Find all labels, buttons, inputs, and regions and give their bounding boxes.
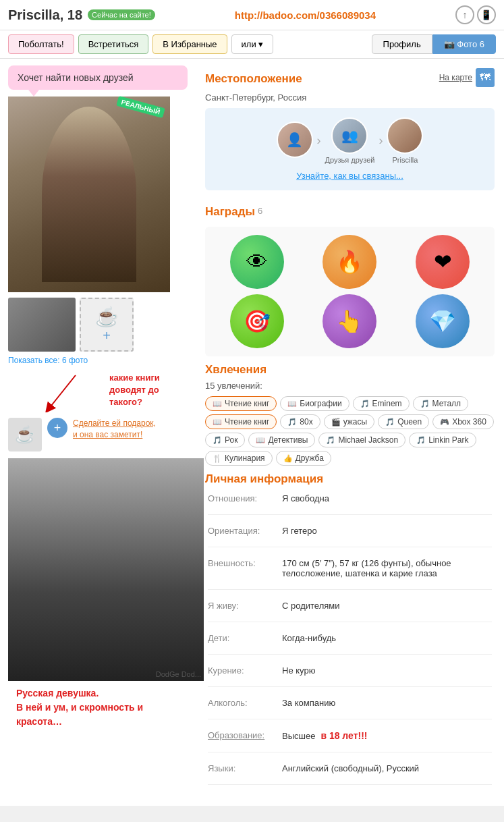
- interest-tag-чтение-книг[interactable]: 📖Чтение книг: [205, 414, 277, 429]
- tag-icon: 🎮: [440, 418, 449, 427]
- tag-icon: 📖: [256, 436, 265, 445]
- info-value: Я гетеро: [282, 526, 317, 536]
- tag-icon: 🎵: [416, 436, 426, 445]
- info-cell: Высшеев 18 лет!!!: [279, 727, 495, 744]
- big-bottom-photo[interactable]: DodGe Dod...: [8, 458, 204, 681]
- tag-icon: 🎵: [213, 436, 222, 445]
- info-cell: 170 см (5′ 7″), 57 кг (126 фунты), обычн…: [279, 555, 495, 582]
- award-5: 👆: [306, 294, 394, 348]
- map-icon-button[interactable]: 🗺: [476, 68, 495, 87]
- interest-tag-queen[interactable]: 🎵Queen: [378, 414, 429, 429]
- interest-tag-дружба[interactable]: 👍Дружба: [276, 451, 331, 466]
- tag-label: Linkin Park: [428, 435, 468, 445]
- award-diamond: 💎: [416, 294, 470, 348]
- profile-photo-wrap: РЕАЛЬНЫЙ: [8, 97, 170, 292]
- meet-button[interactable]: Встретиться: [78, 34, 149, 54]
- award-fire: 🔥: [323, 235, 376, 289]
- big-bottom-caption: Русская девушка. В ней и ум, и скромност…: [8, 681, 188, 734]
- edu-highlight: в 18 лет!!!: [320, 730, 367, 741]
- tag-label: Биографии: [300, 399, 341, 408]
- tag-label: ужасы: [343, 417, 367, 427]
- tag-icon: 🎬: [331, 418, 341, 427]
- info-cell: За компанию: [279, 694, 495, 711]
- tab-profile[interactable]: Профиль: [372, 34, 432, 54]
- interests-section: Хвлечения 15 увлечений: 📖Чтение книг📖Био…: [205, 363, 495, 466]
- tag-label: Michael Jackson: [338, 435, 398, 445]
- conn-avatar-2: 👥: [331, 117, 368, 154]
- interest-tag-детективы[interactable]: 📖Детективы: [248, 433, 315, 447]
- gift-text[interactable]: Сделайте ей подарок, и она вас заметит!: [73, 418, 161, 441]
- awards-title: Награды: [205, 205, 255, 219]
- personal-title: Личная информация: [205, 472, 495, 486]
- award-heart: ❤: [416, 235, 470, 289]
- profile-url[interactable]: http://badoo.com/0366089034: [235, 9, 376, 21]
- location-title: Местоположение: [205, 72, 302, 86]
- header-action-icons: ↑ 📱: [455, 5, 496, 24]
- info-cell: Когда-нибудь: [279, 630, 495, 647]
- award-1: 👁: [213, 235, 301, 289]
- tag-icon: 🎵: [420, 400, 430, 408]
- interest-tag-xbox-360[interactable]: 🎮Xbox 360: [432, 414, 494, 429]
- award-3: ❤: [399, 235, 486, 289]
- tag-label: 80x: [300, 417, 312, 427]
- left-column: Хочет найти новых друзей РЕАЛЬНЫЙ ☕ +: [0, 59, 196, 806]
- nav-bar: Поболтать! Встретиться В Избранные или ▾…: [0, 30, 504, 59]
- photo-watermark: DodGe Dod...: [153, 667, 204, 681]
- tag-label: Чтение книг: [225, 417, 269, 427]
- find-connection-link[interactable]: Узнайте, как вы связаны...: [215, 171, 485, 181]
- map-controls: На карте 🗺: [439, 68, 495, 87]
- conn-arrow-1: ›: [317, 134, 321, 148]
- tag-icon: 📖: [213, 400, 222, 408]
- conn-arrow-2: ›: [379, 134, 383, 148]
- info-label: Внешность:: [205, 555, 279, 582]
- tag-label: Чтение книг: [225, 399, 269, 408]
- info-cell: С родителями: [279, 597, 495, 614]
- map-link[interactable]: На карте: [439, 73, 472, 82]
- award-6: 💎: [399, 294, 486, 348]
- interest-tag-80x[interactable]: 🎵80x: [280, 414, 320, 429]
- annotation-area: какие книги доводят до такого?: [8, 372, 188, 412]
- add-photo-thumb[interactable]: ☕ +: [80, 298, 134, 352]
- interest-tag-linkin-park[interactable]: 🎵Linkin Park: [409, 433, 476, 447]
- info-value: Высшее: [282, 731, 315, 741]
- tag-icon: 📖: [213, 418, 222, 427]
- awards-count: 6: [258, 206, 262, 216]
- location-text: Санкт-Петербург, Россия: [205, 92, 495, 103]
- tag-label: Xbox 360: [452, 417, 486, 427]
- tab-photo[interactable]: 📷 Фото 6: [432, 34, 496, 54]
- mobile-icon-btn[interactable]: 📱: [477, 5, 496, 24]
- thumbnails-row: ☕ +: [8, 298, 188, 352]
- show-all-photos[interactable]: Показать все: 6 фото: [8, 356, 188, 365]
- info-cell: Не курю: [279, 662, 495, 679]
- interests-title: Хвлечения: [205, 363, 495, 377]
- interest-tag-металл[interactable]: 🎵Металл: [413, 396, 468, 411]
- interest-tag-eminem[interactable]: 🎵Eminem: [353, 396, 410, 411]
- connection-user-1: 👤: [277, 121, 313, 160]
- profile-photo[interactable]: [8, 97, 170, 292]
- add-photo-icon: ☕: [95, 306, 119, 328]
- connection-user-2: 👥 Друзья друзей: [325, 117, 375, 164]
- upload-icon-btn[interactable]: ↑: [455, 5, 474, 24]
- personal-info-section: Личная информация Отношения:Я свободнаОр…: [205, 472, 495, 792]
- tag-label: Eminem: [372, 399, 402, 408]
- conn-avatar-1: 👤: [277, 121, 313, 158]
- tag-label: Металл: [432, 399, 461, 408]
- interest-tag-ужасы[interactable]: 🎬ужасы: [324, 414, 374, 429]
- interest-tag-michael-jackson[interactable]: 🎵Michael Jackson: [318, 433, 405, 447]
- interests-wrap: 📖Чтение книг📖Биографии🎵Eminem🎵Металл📖Чте…: [205, 396, 495, 466]
- thumbnail-1[interactable]: [8, 298, 76, 352]
- info-label: Дети:: [205, 630, 279, 647]
- connection-avatars: 👤 › 👥 Друзья друзей › Priscilla: [215, 117, 485, 164]
- tag-icon: 🎵: [360, 400, 370, 408]
- interest-tag-кулинария[interactable]: 🍴Кулинария: [205, 451, 273, 466]
- interest-tag-рок[interactable]: 🎵Рок: [205, 433, 245, 447]
- interest-tag-биографии[interactable]: 📖Биографии: [280, 396, 349, 411]
- chat-button[interactable]: Поболтать!: [8, 34, 74, 54]
- personal-info-table: Отношения:Я свободнаОриентация:Я гетероВ…: [205, 490, 495, 792]
- or-button[interactable]: или ▾: [231, 34, 274, 54]
- tag-icon: 👍: [283, 454, 293, 463]
- favorites-button[interactable]: В Избранные: [152, 34, 227, 54]
- interest-tag-чтение-книг[interactable]: 📖Чтение книг: [205, 396, 277, 411]
- gift-add-button[interactable]: +: [47, 418, 67, 438]
- info-value: Английский (свободный), Русский: [282, 763, 419, 773]
